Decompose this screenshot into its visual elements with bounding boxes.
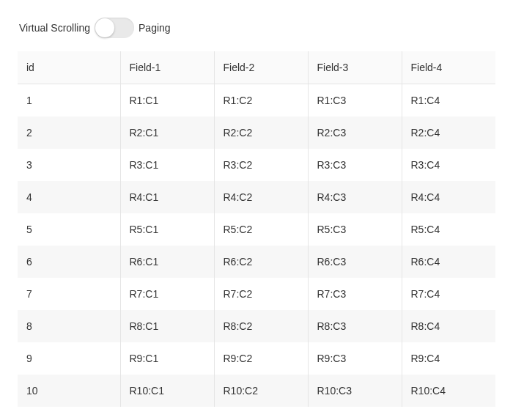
cell-c4: R9:C4 [402,342,495,375]
cell-c3: R3:C3 [308,149,402,181]
table-row[interactable]: 3 R3:C1 R3:C2 R3:C3 R3:C4 [18,149,495,181]
cell-c3: R4:C3 [308,181,402,213]
cell-c2: R1:C2 [214,84,308,117]
cell-c2: R7:C2 [214,278,308,310]
cell-id: 6 [18,246,120,278]
cell-c2: R4:C2 [214,181,308,213]
toggle-label-right: Paging [139,22,171,34]
cell-c1: R10:C1 [120,375,214,407]
column-header-field-4[interactable]: Field-4 [402,51,495,84]
cell-id: 10 [18,375,120,407]
cell-c1: R7:C1 [120,278,214,310]
cell-c3: R9:C3 [308,342,402,375]
table-row[interactable]: 6 R6:C1 R6:C2 R6:C3 R6:C4 [18,246,495,278]
table-row[interactable]: 7 R7:C1 R7:C2 R7:C3 R7:C4 [18,278,495,310]
cell-c3: R7:C3 [308,278,402,310]
cell-c2: R10:C2 [214,375,308,407]
table-header-row: id Field-1 Field-2 Field-3 Field-4 [18,51,495,84]
cell-id: 8 [18,310,120,342]
table-row[interactable]: 10 R10:C1 R10:C2 R10:C3 R10:C4 [18,375,495,407]
cell-c2: R6:C2 [214,246,308,278]
cell-c1: R6:C1 [120,246,214,278]
cell-c1: R4:C1 [120,181,214,213]
table-row[interactable]: 8 R8:C1 R8:C2 R8:C3 R8:C4 [18,310,495,342]
cell-c1: R5:C1 [120,213,214,246]
cell-c1: R2:C1 [120,117,214,149]
cell-c1: R9:C1 [120,342,214,375]
cell-c4: R4:C4 [402,181,495,213]
table-row[interactable]: 1 R1:C1 R1:C2 R1:C3 R1:C4 [18,84,495,117]
column-header-field-3[interactable]: Field-3 [308,51,402,84]
cell-id: 1 [18,84,120,117]
column-header-field-1[interactable]: Field-1 [120,51,214,84]
cell-c3: R6:C3 [308,246,402,278]
cell-id: 9 [18,342,120,375]
cell-c3: R10:C3 [308,375,402,407]
cell-c2: R5:C2 [214,213,308,246]
cell-c4: R6:C4 [402,246,495,278]
cell-c3: R2:C3 [308,117,402,149]
cell-c4: R3:C4 [402,149,495,181]
cell-c4: R10:C4 [402,375,495,407]
cell-id: 3 [18,149,120,181]
cell-id: 2 [18,117,120,149]
cell-c3: R1:C3 [308,84,402,117]
cell-c1: R1:C1 [120,84,214,117]
toggle-knob [95,18,114,37]
toggle-label-left: Virtual Scrolling [19,22,90,34]
cell-c2: R2:C2 [214,117,308,149]
data-grid: id Field-1 Field-2 Field-3 Field-4 1 R1:… [18,51,495,407]
table-row[interactable]: 4 R4:C1 R4:C2 R4:C3 R4:C4 [18,181,495,213]
cell-id: 4 [18,181,120,213]
cell-c2: R3:C2 [214,149,308,181]
mode-toggle[interactable] [95,18,134,38]
cell-id: 5 [18,213,120,246]
cell-c3: R8:C3 [308,310,402,342]
cell-c1: R3:C1 [120,149,214,181]
table-row[interactable]: 5 R5:C1 R5:C2 R5:C3 R5:C4 [18,213,495,246]
cell-c1: R8:C1 [120,310,214,342]
table-row[interactable]: 2 R2:C1 R2:C2 R2:C3 R2:C4 [18,117,495,149]
cell-c2: R8:C2 [214,310,308,342]
table-row[interactable]: 9 R9:C1 R9:C2 R9:C3 R9:C4 [18,342,495,375]
column-header-id[interactable]: id [18,51,120,84]
cell-c4: R1:C4 [402,84,495,117]
cell-c4: R2:C4 [402,117,495,149]
cell-c2: R9:C2 [214,342,308,375]
cell-c3: R5:C3 [308,213,402,246]
column-header-field-2[interactable]: Field-2 [214,51,308,84]
cell-c4: R8:C4 [402,310,495,342]
mode-toggle-row: Virtual Scrolling Paging [18,18,495,38]
cell-c4: R7:C4 [402,278,495,310]
cell-id: 7 [18,278,120,310]
cell-c4: R5:C4 [402,213,495,246]
